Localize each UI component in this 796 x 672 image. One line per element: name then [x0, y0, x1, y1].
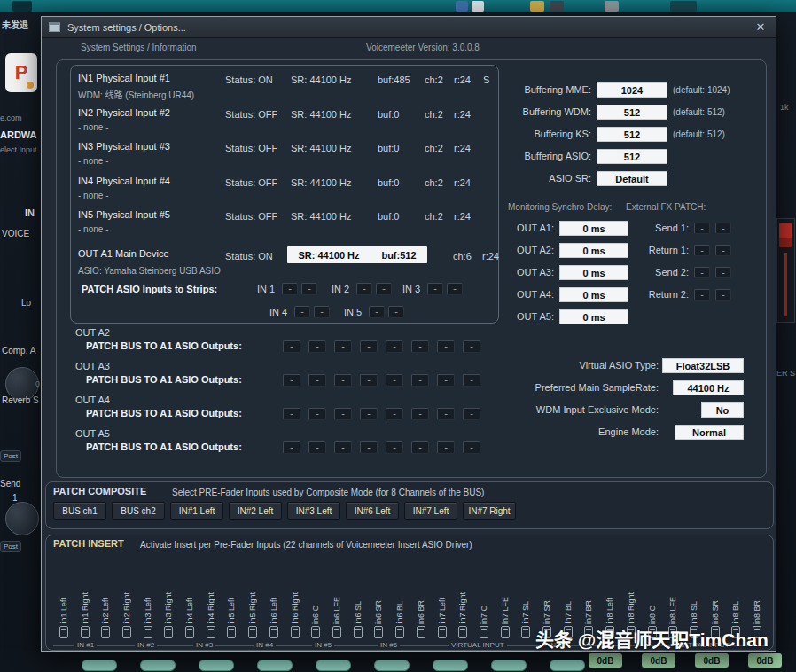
- bus-patch-button[interactable]: -: [437, 408, 455, 420]
- taskbar-icon[interactable]: [605, 1, 619, 12]
- bus-patch-button[interactable]: -: [411, 408, 429, 420]
- patch-asio-button[interactable]: -: [282, 283, 298, 295]
- insert-toggle[interactable]: [122, 626, 131, 638]
- strip-button[interactable]: [82, 660, 117, 671]
- insert-toggle[interactable]: [81, 626, 90, 638]
- fx-patch-button[interactable]: -: [715, 223, 731, 234]
- buffering-value[interactable]: 1024: [597, 82, 667, 98]
- insert-toggle[interactable]: [207, 626, 215, 638]
- patch-asio-button[interactable]: -: [427, 283, 443, 295]
- composite-button[interactable]: IN#2 Left: [229, 502, 282, 520]
- insert-toggle[interactable]: [311, 626, 320, 638]
- bg-fader[interactable]: [776, 218, 795, 323]
- strip-button[interactable]: [491, 660, 527, 671]
- buffering-value[interactable]: Default: [597, 171, 667, 186]
- insert-toggle[interactable]: [291, 626, 300, 638]
- bus-patch-button[interactable]: -: [386, 340, 403, 353]
- taskbar-icon[interactable]: [456, 1, 468, 12]
- patch-asio-button[interactable]: -: [314, 306, 330, 318]
- composite-button[interactable]: IN#7 Left: [404, 502, 457, 520]
- bus-patch-button[interactable]: -: [334, 441, 352, 454]
- bus-patch-button[interactable]: -: [308, 340, 326, 353]
- bus-patch-button[interactable]: -: [360, 374, 378, 387]
- taskbar-icon[interactable]: [550, 1, 564, 12]
- strip-button[interactable]: [316, 660, 351, 671]
- option-value[interactable]: No: [701, 402, 744, 418]
- device-name[interactable]: IN3 Physical Input #3: [78, 141, 170, 152]
- bus-patch-button[interactable]: -: [308, 408, 326, 420]
- fx-patch-button[interactable]: -: [715, 267, 731, 278]
- bus-patch-button[interactable]: -: [463, 441, 480, 454]
- strip-button[interactable]: [433, 660, 468, 671]
- close-icon[interactable]: ✕: [753, 20, 769, 34]
- strip-button[interactable]: [140, 660, 176, 671]
- bus-patch-button[interactable]: -: [334, 340, 352, 353]
- insert-toggle[interactable]: [227, 626, 236, 638]
- insert-toggle[interactable]: [417, 626, 425, 638]
- bus-patch-button[interactable]: -: [411, 441, 429, 454]
- taskbar-icon[interactable]: [670, 1, 697, 12]
- fx-patch-button[interactable]: -: [694, 245, 710, 256]
- fx-patch-button[interactable]: -: [715, 289, 731, 301]
- bus-patch-button[interactable]: -: [411, 340, 429, 353]
- strip-button[interactable]: [257, 660, 293, 671]
- bg-knob[interactable]: [5, 502, 39, 535]
- taskbar-icon[interactable]: [472, 1, 484, 12]
- bus-patch-button[interactable]: -: [360, 441, 378, 454]
- composite-button[interactable]: IN#1 Left: [170, 502, 223, 520]
- bus-patch-button[interactable]: -: [463, 408, 480, 420]
- fx-patch-button[interactable]: -: [694, 223, 710, 234]
- bus-patch-button[interactable]: -: [334, 374, 352, 387]
- insert-toggle[interactable]: [501, 626, 510, 638]
- insert-toggle[interactable]: [164, 626, 173, 638]
- patch-asio-button[interactable]: -: [369, 306, 385, 318]
- bus-patch-button[interactable]: -: [308, 374, 326, 387]
- insert-toggle[interactable]: [480, 626, 488, 638]
- insert-toggle[interactable]: [438, 626, 447, 638]
- patch-asio-button[interactable]: -: [294, 306, 310, 318]
- bus-patch-button[interactable]: -: [437, 340, 455, 353]
- bus-patch-button[interactable]: -: [334, 408, 352, 420]
- patch-asio-button[interactable]: -: [388, 306, 404, 318]
- fx-patch-button[interactable]: -: [694, 289, 710, 301]
- bg-post-button[interactable]: Post: [0, 541, 21, 552]
- insert-toggle[interactable]: [101, 626, 110, 638]
- bg-fader-knob[interactable]: [779, 223, 792, 247]
- insert-toggle[interactable]: [374, 626, 383, 638]
- bus-patch-button[interactable]: -: [411, 374, 429, 387]
- insert-toggle[interactable]: [521, 626, 530, 638]
- composite-button[interactable]: BUS ch2: [112, 502, 165, 520]
- strip-button[interactable]: [199, 660, 234, 671]
- dialog-titlebar[interactable]: System settings / Options... ✕: [42, 17, 776, 38]
- insert-toggle[interactable]: [185, 626, 194, 638]
- bus-patch-button[interactable]: -: [463, 374, 480, 387]
- fx-patch-button[interactable]: -: [694, 267, 710, 278]
- composite-button[interactable]: IN#3 Left: [287, 502, 340, 520]
- bg-post-button[interactable]: Post: [0, 450, 21, 462]
- option-value[interactable]: Float32LSB: [662, 358, 744, 373]
- option-value[interactable]: Normal: [675, 425, 744, 440]
- bus-patch-button[interactable]: -: [386, 408, 403, 420]
- strip-button[interactable]: [374, 660, 410, 671]
- device-name[interactable]: IN2 Physical Input #2: [78, 107, 170, 118]
- composite-button[interactable]: IN#6 Left: [346, 502, 399, 520]
- bus-patch-button[interactable]: -: [308, 441, 326, 454]
- buffering-value[interactable]: 512: [597, 105, 667, 120]
- patch-asio-button[interactable]: -: [356, 283, 372, 295]
- patch-asio-button[interactable]: -: [376, 283, 392, 295]
- delay-value[interactable]: 0 ms: [559, 309, 628, 324]
- taskbar-icon[interactable]: [12, 1, 32, 12]
- insert-toggle[interactable]: [332, 626, 341, 638]
- insert-toggle[interactable]: [458, 626, 467, 638]
- device-name[interactable]: IN5 Physical Input #5: [78, 209, 170, 220]
- bus-patch-button[interactable]: -: [283, 441, 300, 454]
- buffering-value[interactable]: 512: [597, 149, 667, 164]
- buffering-value[interactable]: 512: [597, 127, 667, 142]
- device-name[interactable]: IN1 Physical Input #1: [78, 73, 170, 83]
- bus-patch-button[interactable]: -: [360, 340, 378, 353]
- bus-patch-button[interactable]: -: [283, 340, 300, 353]
- bus-patch-button[interactable]: -: [283, 408, 300, 420]
- option-value[interactable]: 44100 Hz: [673, 380, 744, 395]
- device-name[interactable]: IN4 Physical Input #4: [78, 176, 170, 186]
- taskbar-icon[interactable]: [530, 1, 544, 12]
